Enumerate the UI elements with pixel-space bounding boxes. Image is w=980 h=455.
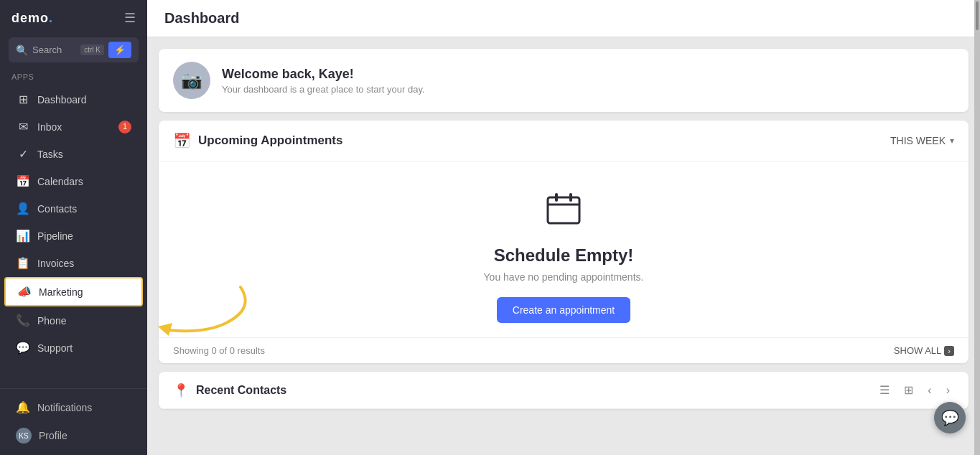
flash-button[interactable]: ⚡ [108, 42, 131, 58]
sidebar-item-label-phone: Phone [37, 315, 66, 327]
appointments-header: 📅 Upcoming Appointments THIS WEEK ▾ [159, 121, 969, 161]
dashboard-icon: ⊞ [16, 93, 30, 106]
sidebar-item-label-calendars: Calendars [37, 176, 83, 187]
sidebar-logo-area: demo. ☰ [0, 0, 147, 33]
sidebar-item-label-marketing: Marketing [39, 286, 83, 298]
svg-rect-3 [555, 193, 558, 202]
contacts-icon: 👤 [16, 202, 30, 215]
rc-actions: ☰ ⊞ ‹ › [875, 382, 954, 398]
show-all-chevron-icon: › [944, 346, 954, 356]
sidebar-item-label-pipeline: Pipeline [37, 230, 73, 242]
appointments-title-area: 📅 Upcoming Appointments [173, 132, 342, 149]
camera-icon: 📷 [181, 70, 202, 90]
rc-list-view-button[interactable]: ☰ [875, 382, 894, 398]
sidebar-item-label-notifications: Notifications [37, 402, 92, 413]
appointments-body: Schedule Empty! You have no pending appo… [159, 161, 969, 337]
sidebar-item-phone[interactable]: 📞 Phone [4, 307, 143, 334]
sidebar-bottom: 🔔 Notifications KS Profile [0, 388, 147, 455]
welcome-greeting: Welcome back, Kaye! [222, 67, 425, 82]
sidebar-item-profile[interactable]: KS Profile [4, 421, 143, 450]
sidebar: demo. ☰ 🔍 Search ctrl K ⚡ Apps ⊞ Dashboa… [0, 0, 147, 455]
create-appointment-button[interactable]: Create an appointment [497, 297, 630, 323]
pipeline-icon: 📊 [16, 229, 30, 243]
scrollbar[interactable] [974, 0, 980, 455]
sidebar-item-calendars[interactable]: 📅 Calendars [4, 168, 143, 194]
sidebar-item-notifications[interactable]: 🔔 Notifications [4, 394, 143, 421]
marketing-icon: 📣 [17, 285, 32, 299]
recent-contacts-icon: 📍 [173, 383, 189, 398]
sidebar-search[interactable]: 🔍 Search ctrl K ⚡ [9, 37, 139, 62]
this-week-button[interactable]: THIS WEEK ▾ [890, 135, 954, 146]
tasks-icon: ✓ [16, 147, 30, 161]
main-content: 📷 Welcome back, Kaye! Your dashboard is … [147, 37, 980, 455]
schedule-empty-title: Schedule Empty! [494, 245, 634, 266]
invoices-icon: 📋 [16, 256, 30, 270]
appointments-title: Upcoming Appointments [198, 133, 342, 148]
sidebar-item-invoices[interactable]: 📋 Invoices [4, 250, 143, 276]
sidebar-item-support[interactable]: 💬 Support [4, 334, 143, 361]
welcome-subtitle: Your dashboard is a great place to start… [222, 84, 425, 95]
appointments-footer: Showing 0 of 0 results SHOW ALL › [159, 337, 969, 363]
sidebar-item-pipeline[interactable]: 📊 Pipeline [4, 222, 143, 249]
inbox-badge: 1 [118, 121, 131, 133]
this-week-label: THIS WEEK [890, 135, 946, 146]
profile-avatar: KS [16, 428, 32, 444]
phone-icon: 📞 [16, 314, 30, 327]
sidebar-item-label-invoices: Invoices [37, 258, 74, 269]
sidebar-item-label-dashboard: Dashboard [37, 94, 87, 105]
results-count: Showing 0 of 0 results [173, 345, 265, 356]
sidebar-item-label-inbox: Inbox [37, 121, 62, 133]
rc-prev-button[interactable]: ‹ [923, 383, 935, 398]
support-icon: 💬 [16, 341, 30, 355]
appointments-icon: 📅 [173, 132, 191, 149]
recent-contacts-title-area: 📍 Recent Contacts [173, 383, 286, 398]
rc-grid-view-button[interactable]: ⊞ [900, 382, 918, 398]
sidebar-item-label-profile: Profile [39, 430, 67, 441]
svg-rect-4 [569, 193, 572, 202]
sidebar-item-contacts[interactable]: 👤 Contacts [4, 195, 143, 222]
main-header: Dashboard [147, 0, 980, 37]
apps-label: Apps [0, 70, 147, 85]
welcome-text: Welcome back, Kaye! Your dashboard is a … [222, 67, 425, 95]
main-content-area: Dashboard 📷 Welcome back, Kaye! Your das… [147, 0, 980, 455]
sidebar-item-inbox[interactable]: ✉ Inbox 1 [4, 113, 143, 140]
schedule-empty-subtitle: You have no pending appointments. [484, 271, 644, 283]
schedule-empty-icon [545, 190, 582, 235]
rc-next-button[interactable]: › [942, 383, 954, 398]
recent-contacts-header: 📍 Recent Contacts ☰ ⊞ ‹ › [159, 372, 969, 409]
notifications-icon: 🔔 [16, 400, 30, 414]
sidebar-item-dashboard[interactable]: ⊞ Dashboard [4, 86, 143, 113]
float-chat-button[interactable]: 💬 [934, 402, 966, 433]
recent-contacts-title: Recent Contacts [196, 384, 286, 397]
svg-rect-1 [548, 197, 579, 223]
sidebar-item-tasks[interactable]: ✓ Tasks [4, 141, 143, 167]
search-icon: 🔍 [16, 44, 28, 56]
search-label: Search [32, 44, 76, 55]
menu-toggle-icon[interactable]: ☰ [124, 10, 136, 26]
show-all-button[interactable]: SHOW ALL › [894, 345, 954, 356]
calendars-icon: 📅 [16, 174, 30, 188]
page-title: Dashboard [164, 10, 239, 27]
inbox-icon: ✉ [16, 120, 30, 133]
recent-contacts-card: 📍 Recent Contacts ☰ ⊞ ‹ › [159, 372, 969, 409]
scrollbar-thumb[interactable] [976, 1, 979, 30]
sidebar-item-label-tasks: Tasks [37, 149, 63, 160]
welcome-card: 📷 Welcome back, Kaye! Your dashboard is … [159, 49, 969, 112]
welcome-avatar: 📷 [173, 62, 210, 99]
sidebar-item-label-contacts: Contacts [37, 203, 77, 215]
show-all-label: SHOW ALL [894, 345, 941, 356]
sidebar-item-marketing[interactable]: 📣 Marketing [4, 277, 143, 306]
chevron-down-icon: ▾ [950, 136, 954, 146]
app-logo: demo. [11, 11, 53, 26]
sidebar-nav: ⊞ Dashboard ✉ Inbox 1 ✓ Tasks 📅 Calendar… [0, 85, 147, 388]
sidebar-item-label-support: Support [37, 342, 73, 354]
main-wrapper: Dashboard 📷 Welcome back, Kaye! Your das… [147, 0, 980, 455]
search-shortcut: ctrl K [80, 44, 104, 55]
chat-icon: 💬 [941, 409, 959, 426]
appointments-card: 📅 Upcoming Appointments THIS WEEK ▾ [159, 121, 969, 363]
